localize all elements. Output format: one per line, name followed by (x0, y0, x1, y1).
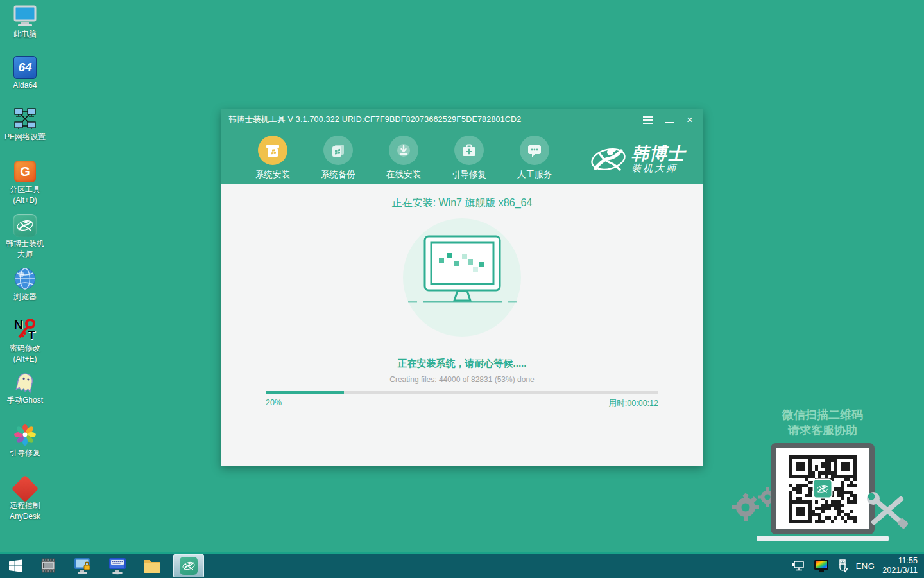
qr-code (789, 455, 857, 523)
brand-subtitle: 装机大师 (631, 162, 685, 174)
taskbar-onscreen-keyboard[interactable] (100, 554, 135, 578)
install-box-icon (258, 136, 287, 165)
desktop-icon-label: (Alt+E) (0, 355, 50, 364)
start-button[interactable] (0, 554, 31, 578)
usb-tray-icon[interactable] (837, 559, 848, 573)
taskbar-clock[interactable]: 11:55 2021/3/11 (882, 556, 918, 575)
window-title: 韩博士装机工具 V 3.1.700.322 URID:CF7F9BDF82073… (228, 114, 521, 125)
desktop-icon-label: 分区工具 (0, 185, 50, 195)
chat-bubble-icon (520, 136, 549, 165)
ghost-icon (12, 370, 38, 394)
progress-detail-text: Creating files: 44000 of 82831 (53%) don… (221, 375, 703, 384)
desktop-icon-browser[interactable]: 浏览器 (0, 267, 50, 302)
desktop-icon-label: 浏览器 (0, 292, 50, 302)
desktop-icon-hanboshi[interactable]: 韩博士装机 大师 (0, 213, 50, 259)
desktop-icon-label: PE网络设置 (0, 132, 50, 142)
window-titlebar: 韩博士装机工具 V 3.1.700.322 URID:CF7F9BDF82073… (221, 109, 703, 130)
brand-logo-icon (590, 144, 626, 175)
tab-online-install[interactable]: 在线安装 (371, 130, 436, 184)
toolbox-icon (454, 136, 484, 165)
aida64-icon: 64 (12, 55, 38, 80)
laptop-base (757, 536, 889, 541)
progress-bar (266, 391, 658, 394)
wechat-support-panel: 微信扫描二维码 请求客服协助 (726, 407, 919, 541)
laptop-illustration (726, 443, 919, 541)
desktop-icon-label: 引导修复 (0, 448, 50, 458)
desktop-icon-label: AnyDesk (0, 512, 50, 521)
desktop-icon-pe-network[interactable]: PE网络设置 (0, 107, 50, 142)
desktop-icon-password-reset[interactable]: N T 密码修改 (Alt+E) (0, 318, 50, 364)
status-text: 正在安装系统，请耐心等候..... (221, 358, 703, 370)
backup-copy-icon (323, 136, 353, 165)
chip-icon (39, 558, 57, 574)
clock-time: 11:55 (882, 556, 918, 566)
system-tray: ENG 11:55 2021/3/11 (792, 556, 924, 575)
folder-icon (142, 557, 162, 574)
desktop-icon-label: 韩博士装机 (0, 239, 50, 249)
installing-title: 正在安装: Win7 旗舰版 x86_64 (221, 184, 703, 210)
tab-human-service[interactable]: 人工服务 (502, 130, 567, 184)
desktop-icon-label: 手动Ghost (0, 396, 50, 405)
laptop-screen (771, 443, 875, 534)
progress-fill (266, 391, 344, 394)
desktop-icon-label: 大师 (0, 250, 50, 259)
tab-label: 在线安装 (386, 169, 421, 180)
tab-label: 人工服务 (517, 169, 552, 180)
monitor-illustration (403, 218, 522, 337)
qr-center-logo-icon (813, 479, 833, 499)
tab-label: 引导修复 (452, 169, 486, 180)
this-pc-icon (12, 4, 38, 28)
window-content: 正在安装: Win7 旗舰版 x86_64 正在安装系统，请耐心等候..... (221, 184, 703, 466)
network-settings-icon (12, 107, 38, 131)
menu-icon[interactable] (643, 119, 653, 121)
tab-boot-repair[interactable]: 引导修复 (436, 130, 502, 184)
elapsed-time: 用时:00:00:12 (609, 398, 658, 409)
language-indicator[interactable]: ENG (856, 561, 875, 571)
diskgenius-icon: G (12, 159, 38, 184)
wrench-screwdriver-icon (865, 490, 910, 532)
desktop-icon-boot-repair[interactable]: 引导修复 (0, 423, 50, 458)
tab-label: 系统备份 (321, 169, 355, 180)
nt-password-icon: N T (12, 318, 38, 342)
display-color-tray-icon[interactable] (814, 559, 829, 572)
desktop-icon-aida64[interactable]: 64 Aida64 (0, 55, 50, 91)
taskbar-file-explorer[interactable] (135, 554, 169, 578)
windows-logo-icon (8, 559, 22, 573)
close-icon[interactable]: × (687, 114, 693, 125)
installer-window: 韩博士装机工具 V 3.1.700.322 URID:CF7F9BDF82073… (221, 109, 703, 466)
hanboshi-taskbar-icon (180, 557, 198, 575)
progress-percent: 20% (266, 398, 282, 409)
taskbar-hanboshi-app[interactable] (173, 554, 204, 577)
brand-logo: 韩博士 装机大师 (590, 130, 703, 184)
qr-caption-line2: 请求客服协助 (726, 423, 919, 438)
window-toolbar: 系统安装 系统备份 在线安装 (221, 130, 703, 184)
desktop-icon-this-pc[interactable]: 此电脑 (0, 4, 50, 39)
brand-name: 韩博士 (631, 144, 685, 162)
network-tray-icon[interactable] (792, 559, 806, 572)
tab-system-install[interactable]: 系统安装 (240, 130, 305, 184)
pinwheel-icon (12, 423, 38, 447)
monitor-lock-icon (73, 557, 92, 575)
qr-caption-line1: 微信扫描二维码 (726, 407, 919, 423)
hanboshi-icon (12, 213, 38, 238)
browser-globe-icon (12, 267, 38, 291)
desktop-icon-ghost[interactable]: 手动Ghost (0, 370, 50, 405)
taskbar-memory-tool[interactable] (31, 554, 65, 578)
desktop-icon-label: 此电脑 (0, 30, 50, 39)
keyboard-icon (108, 557, 127, 575)
download-icon (389, 136, 418, 165)
desktop-icon-label: 密码修改 (0, 344, 50, 353)
minimize-icon[interactable] (665, 122, 674, 123)
desktop-icon-label: (Alt+D) (0, 196, 50, 206)
desktop-icon-label: Aida64 (0, 81, 50, 91)
desktop-icon-anydesk[interactable]: 远程控制 AnyDesk (0, 475, 50, 521)
clock-date: 2021/3/11 (882, 566, 918, 575)
anydesk-icon (12, 475, 38, 500)
tab-label: 系统安装 (255, 169, 290, 180)
desktop-icon-label: 远程控制 (0, 501, 50, 511)
taskbar: ENG 11:55 2021/3/11 (0, 552, 924, 578)
desktop-icon-partition-tool[interactable]: G 分区工具 (Alt+D) (0, 159, 50, 206)
tab-system-backup[interactable]: 系统备份 (305, 130, 371, 184)
taskbar-lock-screen-tool[interactable] (65, 554, 100, 578)
